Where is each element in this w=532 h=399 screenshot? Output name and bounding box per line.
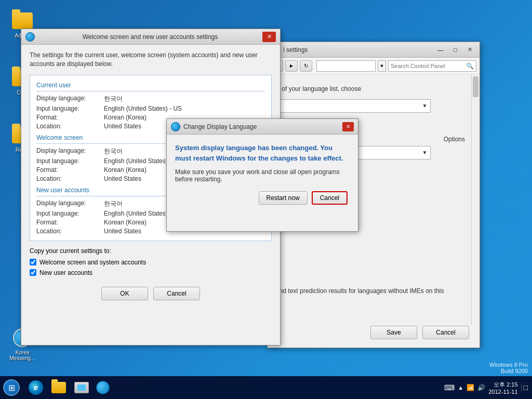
network-icon: 📶 bbox=[467, 384, 474, 391]
cp-text5: and text prediction results for language… bbox=[276, 287, 467, 296]
current-user-location-value: United States bbox=[104, 123, 141, 130]
taskbar: e ⌨ ▲ 📶 🔊 오후 2:15 2012-11-11 □ bbox=[0, 376, 532, 399]
cp-save-btn[interactable]: Save bbox=[370, 326, 417, 339]
search-icon: 🔍 bbox=[466, 62, 474, 70]
checkbox-welcome-input[interactable] bbox=[30, 259, 36, 265]
clock-time: 오후 2:15 bbox=[488, 381, 517, 389]
cp-forward-btn[interactable]: ► bbox=[285, 60, 298, 72]
welcome-location-value: United States bbox=[104, 175, 141, 182]
lang-cancel-btn[interactable]: Cancel bbox=[312, 191, 348, 205]
new-user-format-value: Korean (Korea) bbox=[104, 219, 147, 226]
current-user-display-value: 한국어 bbox=[104, 95, 123, 103]
new-user-location-value: United States bbox=[104, 228, 141, 235]
checkbox-new-users-input[interactable] bbox=[30, 269, 36, 276]
lang-warning: System display language has been changed… bbox=[175, 143, 348, 163]
cp-bottom-buttons: Save Cancel bbox=[370, 326, 469, 339]
cp-title: l settings bbox=[283, 46, 434, 54]
keyboard-icon: ⌨ bbox=[444, 383, 455, 392]
welcome-input-value: English (United States) - bbox=[104, 157, 171, 165]
cp-refresh-btn[interactable]: ↻ bbox=[300, 60, 312, 72]
taskbar-items: e bbox=[23, 376, 440, 399]
copy-label: Copy your current settings to: bbox=[30, 247, 272, 255]
desktop: Adm... Co... Rec... Korea Messeng... l s… bbox=[0, 0, 532, 399]
cp-scrollbar[interactable] bbox=[471, 74, 480, 325]
welcome-location-label: Location: bbox=[36, 175, 104, 182]
folder-taskbar-icon bbox=[51, 382, 66, 393]
win-version: Windows 8 Pro Build 9200 bbox=[489, 362, 528, 374]
clock-date: 2012-11-11 bbox=[488, 389, 517, 395]
lang-dialog-content: System display language has been changed… bbox=[167, 135, 358, 211]
desktop-icon-korea-label: Korea Messeng... bbox=[10, 350, 35, 361]
welcome-close-btn[interactable]: ✕ bbox=[262, 32, 276, 42]
new-user-input-value: English (United States) - bbox=[104, 210, 171, 217]
welcome-title: Welcome screen and new user accounts set… bbox=[38, 33, 262, 41]
lang-info: Make sure you save your work and close a… bbox=[175, 168, 348, 183]
cp-cancel-btn[interactable]: Cancel bbox=[422, 326, 469, 339]
welcome-cancel-btn[interactable]: Cancel bbox=[153, 287, 200, 300]
sound-icon: 🔊 bbox=[477, 384, 485, 391]
welcome-controls: ✕ bbox=[262, 32, 276, 42]
current-user-input-row: Input language: English (United States) … bbox=[36, 105, 265, 112]
ie-icon: e bbox=[29, 380, 43, 395]
current-user-display-label: Display language: bbox=[36, 95, 104, 103]
change-lang-dialog: Change Display Language ✕ System display… bbox=[166, 118, 358, 232]
cp-window-controls: — □ ✕ bbox=[434, 45, 476, 55]
taskbar-explorer[interactable] bbox=[48, 377, 70, 398]
taskbar-tray: ⌨ ▲ 📶 🔊 오후 2:15 2012-11-11 □ bbox=[440, 381, 532, 395]
cp-search-input[interactable] bbox=[391, 63, 466, 69]
new-user-display-label: Display language: bbox=[36, 200, 104, 208]
cp-address-bar[interactable] bbox=[316, 60, 376, 72]
current-user-header: Current user bbox=[36, 82, 265, 91]
cp-nav: ◄ ► ↻ ▼ 🔍 bbox=[268, 58, 480, 74]
current-user-input-label: Input language: bbox=[36, 105, 104, 112]
checkbox-welcome-label: Welcome screen and system accounts bbox=[39, 259, 146, 266]
new-user-format-label: Format: bbox=[36, 219, 104, 226]
cp-maximize-btn[interactable]: □ bbox=[448, 45, 462, 55]
new-user-location-label: Location: bbox=[36, 228, 104, 235]
cp-dropdown1[interactable]: ▼ bbox=[278, 99, 431, 113]
current-user-format-label: Format: bbox=[36, 114, 104, 121]
welcome-display-value: 한국어 bbox=[104, 147, 123, 156]
welcome-format-label: Format: bbox=[36, 166, 104, 174]
cp-close-btn[interactable]: ✕ bbox=[463, 45, 476, 55]
welcome-input-label: Input language: bbox=[36, 157, 104, 165]
new-user-input-label: Input language: bbox=[36, 210, 104, 217]
win-version-line1: Windows 8 Pro bbox=[489, 362, 528, 368]
cp-titlebar: l settings — □ ✕ bbox=[268, 42, 480, 58]
show-desktop-btn[interactable]: □ bbox=[521, 383, 528, 392]
checkbox-new-users-label: New user accounts bbox=[39, 269, 92, 276]
current-user-location-label: Location: bbox=[36, 123, 104, 130]
globe-taskbar-icon bbox=[96, 381, 110, 394]
current-user-input-value: English (United States) - US bbox=[104, 105, 182, 112]
taskbar-clock: 오후 2:15 2012-11-11 bbox=[488, 381, 517, 395]
taskbar-ie[interactable]: e bbox=[25, 377, 47, 398]
cp-options: Options bbox=[444, 136, 465, 143]
cp-scrollbar-thumb[interactable] bbox=[473, 76, 478, 97]
welcome-globe-icon bbox=[25, 32, 35, 42]
lang-dialog-close-btn[interactable]: ✕ bbox=[342, 122, 354, 131]
welcome-format-value: Korean (Korea) bbox=[104, 166, 147, 174]
cp-minimize-btn[interactable]: — bbox=[434, 45, 447, 55]
welcome-display-label: Display language: bbox=[36, 147, 104, 156]
tray-up-arrow[interactable]: ▲ bbox=[458, 384, 463, 391]
cp-address-dropdown[interactable]: ▼ bbox=[378, 60, 386, 72]
computer-icon bbox=[74, 382, 89, 393]
cp-text1: r of your language list, choose bbox=[278, 85, 361, 92]
start-btn-inner[interactable] bbox=[3, 379, 20, 396]
checkbox-welcome-screen: Welcome screen and system accounts bbox=[30, 259, 272, 266]
lang-dialog-titlebar: Change Display Language ✕ bbox=[167, 119, 358, 135]
welcome-description: The settings for the current user, welco… bbox=[30, 51, 272, 69]
lang-dialog-title: Change Display Language bbox=[183, 123, 342, 130]
taskbar-globe[interactable] bbox=[94, 377, 115, 398]
restart-now-btn[interactable]: Restart now bbox=[259, 191, 308, 205]
taskbar-computer[interactable] bbox=[71, 377, 92, 398]
welcome-ok-btn[interactable]: OK bbox=[101, 287, 148, 300]
start-button[interactable] bbox=[0, 376, 23, 399]
lang-dialog-globe-icon bbox=[171, 122, 180, 131]
current-user-display-row: Display language: 한국어 bbox=[36, 95, 265, 103]
win-version-line2: Build 9200 bbox=[489, 368, 528, 374]
current-user-format-value: Korean (Korea) bbox=[104, 114, 147, 121]
checkbox-new-users: New user accounts bbox=[30, 269, 272, 276]
cp-search-box[interactable]: 🔍 bbox=[388, 60, 476, 72]
new-user-display-value: 한국어 bbox=[104, 200, 123, 208]
